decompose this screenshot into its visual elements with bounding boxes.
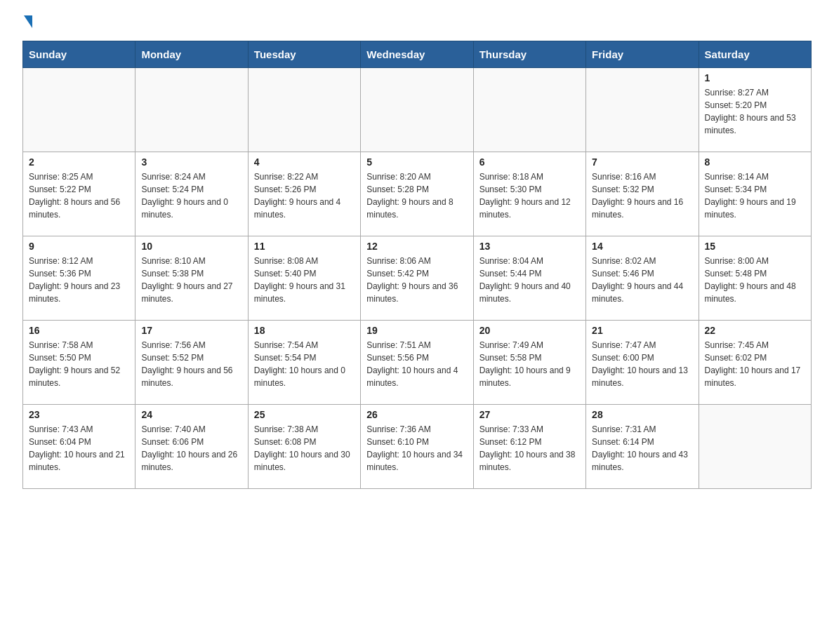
day-info: Sunrise: 8:06 AM Sunset: 5:42 PM Dayligh…	[366, 255, 467, 305]
calendar-day-cell: 23Sunrise: 7:43 AM Sunset: 6:04 PM Dayli…	[23, 405, 135, 489]
day-info: Sunrise: 7:51 AM Sunset: 5:56 PM Dayligh…	[366, 339, 467, 389]
day-number: 17	[141, 325, 241, 336]
calendar-day-cell: 5Sunrise: 8:20 AM Sunset: 5:28 PM Daylig…	[361, 152, 473, 236]
calendar-day-cell: 9Sunrise: 8:12 AM Sunset: 5:36 PM Daylig…	[23, 236, 135, 321]
day-number: 21	[592, 325, 692, 336]
day-info: Sunrise: 7:43 AM Sunset: 6:04 PM Dayligh…	[29, 423, 129, 474]
day-number: 13	[479, 241, 580, 252]
day-info: Sunrise: 7:38 AM Sunset: 6:08 PM Dayligh…	[254, 423, 355, 474]
day-info: Sunrise: 7:54 AM Sunset: 5:54 PM Dayligh…	[254, 339, 355, 389]
day-info: Sunrise: 8:22 AM Sunset: 5:26 PM Dayligh…	[254, 170, 355, 221]
day-number: 4	[254, 156, 355, 168]
day-number: 1	[705, 72, 805, 83]
calendar-day-header: Friday	[586, 41, 699, 68]
calendar-day-cell: 8Sunrise: 8:14 AM Sunset: 5:34 PM Daylig…	[699, 152, 811, 236]
calendar-day-cell: 17Sunrise: 7:56 AM Sunset: 5:52 PM Dayli…	[135, 321, 248, 405]
day-number: 12	[366, 241, 467, 252]
day-number: 9	[29, 241, 129, 252]
day-info: Sunrise: 7:49 AM Sunset: 5:58 PM Dayligh…	[479, 339, 580, 389]
day-number: 15	[705, 241, 805, 252]
calendar-day-cell: 14Sunrise: 8:02 AM Sunset: 5:46 PM Dayli…	[586, 236, 699, 321]
day-number: 6	[479, 156, 580, 168]
day-info: Sunrise: 8:20 AM Sunset: 5:28 PM Dayligh…	[366, 170, 467, 221]
day-number: 14	[592, 241, 692, 252]
day-number: 23	[29, 409, 129, 420]
calendar-day-header: Sunday	[23, 41, 135, 68]
calendar-day-cell: 11Sunrise: 8:08 AM Sunset: 5:40 PM Dayli…	[248, 236, 360, 321]
calendar-week-row: 23Sunrise: 7:43 AM Sunset: 6:04 PM Dayli…	[23, 405, 812, 489]
calendar-week-row: 1Sunrise: 8:27 AM Sunset: 5:20 PM Daylig…	[23, 68, 812, 152]
day-info: Sunrise: 8:14 AM Sunset: 5:34 PM Dayligh…	[705, 170, 805, 221]
day-info: Sunrise: 8:00 AM Sunset: 5:48 PM Dayligh…	[705, 255, 805, 305]
calendar-day-cell	[361, 68, 473, 152]
day-number: 10	[141, 241, 241, 252]
day-info: Sunrise: 8:08 AM Sunset: 5:40 PM Dayligh…	[254, 255, 355, 305]
calendar-day-cell	[23, 68, 135, 152]
calendar-day-cell	[586, 68, 699, 152]
day-number: 3	[141, 156, 241, 168]
calendar-day-cell: 4Sunrise: 8:22 AM Sunset: 5:26 PM Daylig…	[248, 152, 360, 236]
calendar-day-cell	[699, 405, 811, 489]
day-info: Sunrise: 8:16 AM Sunset: 5:32 PM Dayligh…	[592, 170, 692, 221]
calendar-day-cell	[473, 68, 585, 152]
day-info: Sunrise: 7:56 AM Sunset: 5:52 PM Dayligh…	[141, 339, 241, 389]
day-info: Sunrise: 8:12 AM Sunset: 5:36 PM Dayligh…	[29, 255, 129, 305]
day-number: 28	[592, 409, 692, 420]
calendar-day-cell: 26Sunrise: 7:36 AM Sunset: 6:10 PM Dayli…	[361, 405, 473, 489]
day-info: Sunrise: 7:33 AM Sunset: 6:12 PM Dayligh…	[479, 423, 580, 474]
calendar-day-header: Tuesday	[248, 41, 360, 68]
calendar-day-cell: 20Sunrise: 7:49 AM Sunset: 5:58 PM Dayli…	[473, 321, 585, 405]
calendar-day-cell: 24Sunrise: 7:40 AM Sunset: 6:06 PM Dayli…	[135, 405, 248, 489]
calendar-day-header: Thursday	[473, 41, 585, 68]
calendar-day-cell	[248, 68, 360, 152]
day-number: 20	[479, 325, 580, 336]
day-number: 7	[592, 156, 692, 168]
calendar-week-row: 9Sunrise: 8:12 AM Sunset: 5:36 PM Daylig…	[23, 236, 812, 321]
day-info: Sunrise: 8:18 AM Sunset: 5:30 PM Dayligh…	[479, 170, 580, 221]
page-header	[22, 17, 812, 29]
day-info: Sunrise: 8:10 AM Sunset: 5:38 PM Dayligh…	[141, 255, 241, 305]
day-number: 27	[479, 409, 580, 420]
calendar-day-cell: 21Sunrise: 7:47 AM Sunset: 6:00 PM Dayli…	[586, 321, 699, 405]
day-info: Sunrise: 8:27 AM Sunset: 5:20 PM Dayligh…	[705, 86, 805, 137]
day-info: Sunrise: 8:24 AM Sunset: 5:24 PM Dayligh…	[141, 170, 241, 221]
calendar-day-cell: 28Sunrise: 7:31 AM Sunset: 6:14 PM Dayli…	[586, 405, 699, 489]
calendar-day-cell: 3Sunrise: 8:24 AM Sunset: 5:24 PM Daylig…	[135, 152, 248, 236]
calendar-day-cell: 22Sunrise: 7:45 AM Sunset: 6:02 PM Dayli…	[699, 321, 811, 405]
day-info: Sunrise: 7:40 AM Sunset: 6:06 PM Dayligh…	[141, 423, 241, 474]
calendar-week-row: 2Sunrise: 8:25 AM Sunset: 5:22 PM Daylig…	[23, 152, 812, 236]
day-number: 24	[141, 409, 241, 420]
calendar-table: SundayMondayTuesdayWednesdayThursdayFrid…	[22, 41, 812, 489]
calendar-day-cell: 6Sunrise: 8:18 AM Sunset: 5:30 PM Daylig…	[473, 152, 585, 236]
calendar-day-cell	[135, 68, 248, 152]
calendar-header-row: SundayMondayTuesdayWednesdayThursdayFrid…	[23, 41, 812, 68]
calendar-day-cell: 13Sunrise: 8:04 AM Sunset: 5:44 PM Dayli…	[473, 236, 585, 321]
calendar-day-cell: 1Sunrise: 8:27 AM Sunset: 5:20 PM Daylig…	[699, 68, 811, 152]
calendar-day-header: Monday	[135, 41, 248, 68]
calendar-day-cell: 25Sunrise: 7:38 AM Sunset: 6:08 PM Dayli…	[248, 405, 360, 489]
day-info: Sunrise: 8:04 AM Sunset: 5:44 PM Dayligh…	[479, 255, 580, 305]
day-info: Sunrise: 7:45 AM Sunset: 6:02 PM Dayligh…	[705, 339, 805, 389]
day-info: Sunrise: 7:31 AM Sunset: 6:14 PM Dayligh…	[592, 423, 692, 474]
day-info: Sunrise: 8:25 AM Sunset: 5:22 PM Dayligh…	[29, 170, 129, 221]
calendar-week-row: 16Sunrise: 7:58 AM Sunset: 5:50 PM Dayli…	[23, 321, 812, 405]
day-info: Sunrise: 7:47 AM Sunset: 6:00 PM Dayligh…	[592, 339, 692, 389]
day-number: 26	[366, 409, 467, 420]
calendar-day-cell: 2Sunrise: 8:25 AM Sunset: 5:22 PM Daylig…	[23, 152, 135, 236]
logo	[22, 17, 32, 29]
day-number: 19	[366, 325, 467, 336]
day-info: Sunrise: 7:36 AM Sunset: 6:10 PM Dayligh…	[366, 423, 467, 474]
day-number: 8	[705, 156, 805, 168]
calendar-day-cell: 10Sunrise: 8:10 AM Sunset: 5:38 PM Dayli…	[135, 236, 248, 321]
day-number: 2	[29, 156, 129, 168]
day-number: 11	[254, 241, 355, 252]
calendar-body: 1Sunrise: 8:27 AM Sunset: 5:20 PM Daylig…	[23, 68, 812, 489]
day-number: 5	[366, 156, 467, 168]
calendar-day-cell: 12Sunrise: 8:06 AM Sunset: 5:42 PM Dayli…	[361, 236, 473, 321]
logo-triangle-icon	[24, 15, 32, 28]
day-number: 22	[705, 325, 805, 336]
day-number: 16	[29, 325, 129, 336]
day-info: Sunrise: 8:02 AM Sunset: 5:46 PM Dayligh…	[592, 255, 692, 305]
calendar-day-header: Saturday	[699, 41, 811, 68]
calendar-day-cell: 27Sunrise: 7:33 AM Sunset: 6:12 PM Dayli…	[473, 405, 585, 489]
